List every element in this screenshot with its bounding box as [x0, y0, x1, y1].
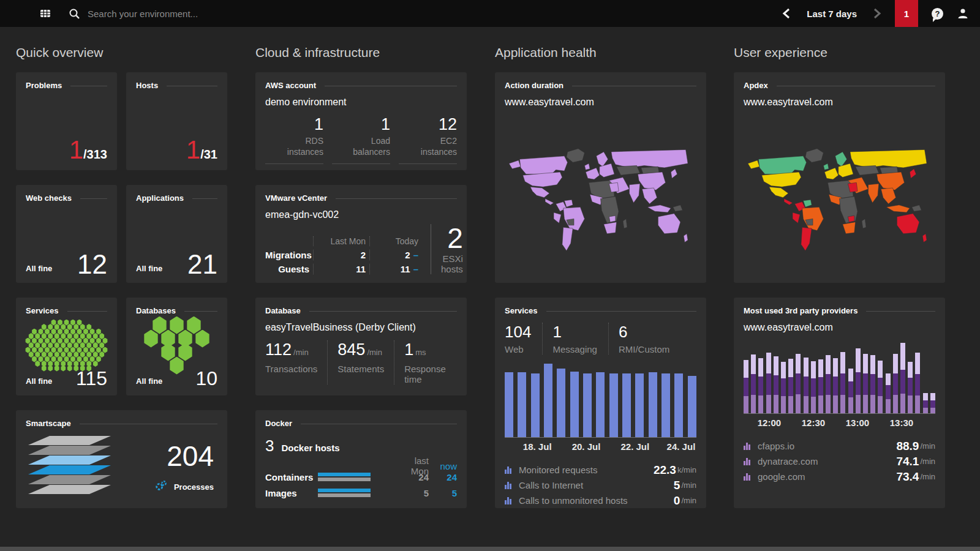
help-icon[interactable]: ? — [932, 8, 943, 20]
status-label: All fine — [26, 264, 52, 273]
esxi-label: ESXi hosts — [441, 253, 463, 274]
stat-rmi-custom: 6 RMI/Custom — [608, 323, 680, 354]
esxi-count: 2 — [441, 224, 463, 252]
stat-response-time: 1ms Response time — [394, 340, 457, 384]
stat-value: 1 — [332, 115, 390, 134]
services-chart-bar — [609, 373, 618, 437]
map-region-madagascar — [623, 219, 627, 228]
application-name: www.easytravel.com — [744, 322, 935, 333]
stat-value: 1 — [404, 340, 413, 359]
user-profile-icon[interactable] — [957, 7, 969, 20]
search-icon[interactable] — [69, 8, 80, 20]
map-region-china — [876, 172, 904, 190]
problems-count-badge[interactable]: 1 — [895, 0, 918, 27]
map-region-new_guinea — [673, 205, 683, 211]
stat-label: balancers — [353, 147, 390, 157]
legend-unit: /min — [920, 457, 935, 466]
legend-label: Calls to unmonitored hosts — [519, 495, 628, 506]
tile-smartscape[interactable]: Smartscape 204 Processes — [16, 410, 227, 508]
tile-apdex[interactable]: Apdex www.easytravel.com — [734, 72, 945, 283]
map-region-canada — [519, 156, 567, 174]
legend-value: 0 — [674, 494, 680, 508]
bottom-edge — [0, 547, 980, 551]
divider — [67, 311, 108, 312]
map-region-mexico — [530, 187, 549, 197]
stat-value: 6 — [619, 323, 669, 342]
tile-vmware-vcenter[interactable]: VMware vCenter emea-gdn-vc002 Last Mon T… — [255, 185, 467, 283]
stat-label: RMI/Custom — [619, 344, 669, 354]
containers-bars — [318, 473, 371, 481]
chevron-right-icon[interactable] — [873, 8, 881, 19]
esxi-hosts-stat: 2 ESXi hosts — [431, 224, 463, 274]
third-party-chart-x-axis: 12:00 12:30 13:00 13:30 — [744, 418, 935, 432]
row-label: Containers — [265, 472, 318, 482]
trend-dash: – — [413, 264, 418, 274]
tile-services-overview[interactable]: Services All fine 115 — [16, 298, 117, 395]
stat-unit: /min — [293, 348, 309, 357]
hamburger-menu-icon[interactable] — [9, 9, 21, 18]
services-chart-bar — [635, 373, 644, 437]
map-region-central_america — [545, 198, 554, 204]
legend-value: 73.4 — [896, 470, 919, 484]
search-input[interactable] — [88, 9, 394, 19]
docker-images-row: Images 5 5 — [265, 485, 457, 501]
stat-label: Messaging — [552, 344, 597, 354]
map-region-new_zealand — [684, 234, 688, 242]
stat-label: Web — [505, 344, 531, 354]
divider — [309, 311, 457, 312]
tile-databases[interactable]: Databases All fine 10 — [126, 298, 227, 395]
third-party-chart-bar — [758, 358, 763, 413]
hexagon — [143, 330, 159, 348]
total-count: /313 — [83, 148, 107, 162]
third-party-chart-bar — [833, 358, 838, 413]
map-region-scandinavia — [597, 152, 608, 167]
tile-action-duration[interactable]: Action duration www.easytravel.com — [495, 72, 706, 283]
x-tick: 12:30 — [802, 418, 825, 428]
map-region-peru — [793, 212, 800, 223]
tile-database[interactable]: Database easyTravelBusiness (Derby Clien… — [255, 298, 467, 395]
tile-third-party-providers[interactable]: Most used 3rd party providers www.easytr… — [734, 298, 945, 508]
map-region-canada — [758, 156, 806, 174]
map-region-uk — [823, 163, 829, 170]
map-region-kazakhstan — [856, 165, 879, 175]
stat-unit: ms — [415, 348, 426, 357]
dashboards-icon[interactable] — [39, 7, 51, 20]
time-range-label[interactable]: Last 7 days — [807, 9, 857, 19]
hexagon — [169, 357, 185, 375]
x-tick: 20. Jul — [572, 441, 601, 452]
guests-last-mon: 11 — [313, 264, 369, 274]
tile-services-health[interactable]: Services 104 Web 1 Messaging 6 RMI/Custo… — [495, 298, 706, 508]
chevron-left-icon[interactable] — [782, 8, 791, 19]
legend-unit: k/min — [677, 465, 696, 474]
tile-problems[interactable]: Problems 1 /313 — [16, 72, 117, 170]
total-count: /31 — [200, 148, 217, 162]
count-value: 12 — [77, 251, 107, 278]
section-title-application-health: Application health — [495, 45, 597, 60]
tile-title: Services — [505, 306, 538, 315]
mini-bar-chart-icon — [744, 443, 752, 450]
database-name: easyTravelBusiness (Derby Client) — [265, 322, 457, 333]
tile-applications[interactable]: Applications All fine 21 — [126, 185, 227, 283]
stat-ec2-instances: 12 EC2instances — [399, 115, 457, 164]
services-chart-bar — [622, 373, 631, 437]
third-party-chart-bar — [930, 393, 935, 413]
stat-web: 104 Web — [505, 323, 542, 354]
legend-row-calls-unmonitored: Calls to unmonitored hosts 0 /min — [505, 493, 696, 508]
tile-title: Services — [26, 306, 59, 315]
stat-value: 112 — [265, 340, 292, 359]
stat-label: Response time — [404, 364, 447, 384]
application-name: www.easytravel.com — [744, 97, 935, 108]
tile-aws-account[interactable]: AWS account demo environment 1 RDSinstan… — [255, 72, 467, 170]
tile-hosts[interactable]: Hosts 1 /31 — [126, 72, 227, 170]
aws-environment-name: demo environment — [265, 97, 457, 108]
legend-value: 88.9 — [896, 440, 919, 453]
legend-row-google: google.com 73.4 /min — [744, 469, 935, 484]
world-map — [744, 126, 935, 274]
tile-web-checks[interactable]: Web checks All fine 12 — [16, 185, 117, 283]
services-chart-bar — [518, 372, 526, 437]
tile-docker[interactable]: Docker 3 Docker hosts last Mon now Conta… — [255, 410, 467, 508]
tile-title: Applications — [136, 193, 184, 203]
map-region-alaska — [509, 160, 521, 169]
map-region-madagascar — [862, 219, 866, 228]
stat-transactions: 112/min Transactions — [265, 340, 327, 384]
